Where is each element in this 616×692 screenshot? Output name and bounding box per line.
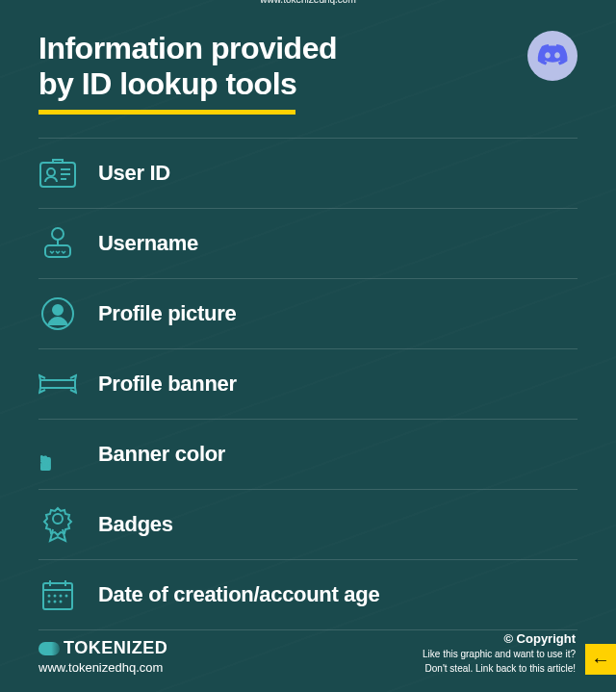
list-item: www.tokenizedhq.com Username	[38, 208, 578, 278]
item-label: User ID	[98, 161, 170, 186]
item-label: Profile banner	[98, 372, 237, 397]
brand-url: www.tokenizedhq.com	[38, 660, 167, 675]
page-title: Information provided by ID lookup tools	[38, 31, 337, 102]
watermark-url: www.tokenizedhq.com	[260, 0, 356, 5]
badge-icon	[38, 505, 77, 544]
svg-rect-6	[45, 245, 70, 257]
svg-point-1	[47, 168, 55, 176]
item-label: Banner color	[98, 442, 225, 467]
profile-picture-icon	[38, 295, 77, 333]
discord-icon	[527, 31, 578, 81]
calendar-icon	[38, 576, 77, 614]
id-card-icon	[38, 154, 77, 192]
title-line-1: Information provided	[38, 31, 337, 65]
item-label: Username	[98, 231, 198, 256]
color-swatch-icon	[38, 435, 77, 474]
item-label: Badges	[98, 512, 173, 537]
list-item: www.tokenizedhq.com User ID	[38, 138, 578, 208]
item-label: Profile picture	[98, 301, 236, 326]
banner-icon	[38, 365, 77, 403]
list-item: www.tokenizedhq.com Badges	[38, 489, 578, 559]
main-container: Information provided by ID lookup tools …	[0, 0, 616, 650]
svg-rect-15	[43, 583, 72, 609]
title-block: Information provided by ID lookup tools	[38, 31, 337, 115]
list-item: www.tokenizedhq.com Date of creation/acc…	[38, 559, 578, 630]
item-label: Date of creation/account age	[98, 582, 379, 607]
list-item: Profile picture	[38, 278, 578, 348]
title-line-2: by ID lookup tools	[38, 66, 296, 101]
title-underline	[38, 110, 295, 115]
svg-point-5	[52, 228, 64, 240]
list-item: www.tokenizedhq.com Banner color	[38, 419, 578, 489]
header: Information provided by ID lookup tools	[38, 31, 578, 115]
copyright-line-1: Like this graphic and want to use it?	[423, 648, 576, 660]
list-item: www.tokenizedhq.com Profile banner	[38, 348, 578, 419]
info-list: www.tokenizedhq.com User ID www.tokenize…	[38, 138, 578, 630]
svg-point-14	[53, 514, 63, 524]
copyright-line-2: Don't steal. Link back to this article!	[423, 662, 576, 675]
username-icon	[38, 224, 77, 263]
svg-point-8	[53, 305, 63, 315]
